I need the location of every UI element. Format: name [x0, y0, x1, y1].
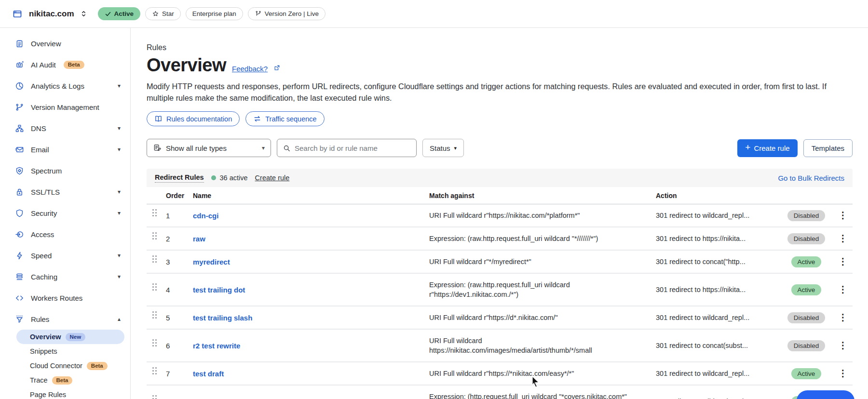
- beta-badge: Beta: [52, 376, 73, 385]
- kebab-menu-icon[interactable]: ⋮: [839, 258, 848, 265]
- sidebar-item-spectrum[interactable]: Spectrum: [0, 160, 130, 181]
- search-input[interactable]: [295, 144, 411, 152]
- rule-order: 1: [166, 205, 193, 226]
- status-filter-dropdown[interactable]: Status ▾: [422, 139, 464, 157]
- kebab-menu-icon[interactable]: ⋮: [839, 235, 848, 242]
- chevron-down-icon: ▾: [118, 273, 121, 280]
- drag-handle[interactable]: [152, 311, 157, 324]
- templates-button[interactable]: Templates: [803, 139, 853, 157]
- chevron-down-icon: ▾: [118, 188, 121, 195]
- sidebar-item-rules-overview[interactable]: Overview New: [16, 330, 124, 344]
- rule-order: 5: [166, 307, 193, 328]
- table-row: 2 raw Expression: (raw.http.request.full…: [147, 227, 853, 251]
- swap-arrows-icon: [253, 115, 261, 123]
- rule-action: 301 redirect to concat(subst...: [656, 335, 779, 356]
- chevron-up-icon: ▴: [118, 316, 121, 322]
- main-content: Rules Overview Feedback? Modify HTTP req…: [131, 28, 868, 399]
- kebab-menu-icon[interactable]: ⋮: [839, 342, 848, 349]
- sidebar-item-caching[interactable]: Caching ▾: [0, 266, 130, 287]
- rule-name-link[interactable]: myredirect: [193, 252, 429, 272]
- sidebar-item-ssl-tls[interactable]: SSL/TLS ▾: [0, 181, 130, 202]
- drag-handle[interactable]: [152, 339, 157, 352]
- kebab-menu-icon[interactable]: ⋮: [839, 370, 848, 377]
- plan-badge[interactable]: Enterprise plan: [186, 7, 243, 20]
- rule-match: URI Full wildcardhttps://nikitac.com/ima…: [429, 330, 656, 361]
- sidebar-item-email[interactable]: Email ▾: [0, 139, 130, 160]
- sidebar-item-overview[interactable]: Overview: [0, 33, 130, 54]
- star-button[interactable]: Star: [145, 7, 181, 20]
- rule-action: 301 redirect to wildcard_repl...: [656, 307, 779, 328]
- drag-handle[interactable]: [152, 209, 157, 222]
- page-description: Modify HTTP requests and responses, perf…: [147, 80, 853, 104]
- strip-create-rule-link[interactable]: Create rule: [255, 174, 290, 182]
- table-row: 3 myredirect URI Full wildcard r"*/myred…: [147, 251, 853, 274]
- site-switcher-icon[interactable]: [79, 9, 88, 18]
- rule-match: Expression: (raw.http.request.full_uri w…: [429, 274, 656, 306]
- sidebar-item-version-management[interactable]: Version Management: [0, 96, 130, 118]
- sidebar-item-rules-trace[interactable]: Trace Beta: [0, 373, 130, 387]
- sidebar-item-workers-routes[interactable]: Workers Routes: [0, 287, 130, 308]
- funnel-icon: [14, 314, 24, 324]
- drag-handle[interactable]: [152, 255, 157, 268]
- rule-name-link[interactable]: test trailing dot: [193, 279, 429, 300]
- sidebar-item-rules[interactable]: Rules ▴: [0, 308, 130, 330]
- active-count-dot: [211, 175, 216, 180]
- column-header-match: Match against: [429, 192, 656, 200]
- rule-order: 6: [166, 335, 193, 356]
- sidebar-item-rules-snippets[interactable]: Snippets: [0, 344, 130, 359]
- redirect-rules-tab[interactable]: Redirect Rules: [155, 173, 204, 183]
- pie-chart-icon: [14, 81, 24, 91]
- drag-handle[interactable]: [152, 232, 157, 245]
- rule-order: 8: [166, 391, 193, 399]
- sidebar-item-speed[interactable]: Speed ▾: [0, 245, 130, 266]
- bulk-redirects-link[interactable]: Go to Bulk Redirects: [778, 174, 844, 182]
- sidebar-item-access[interactable]: Access: [0, 224, 130, 245]
- create-rule-button[interactable]: + Create rule: [737, 139, 797, 157]
- sidebar-item-dns[interactable]: DNS ▾: [0, 118, 130, 139]
- layers-icon: [14, 272, 24, 281]
- rule-name-link[interactable]: raw: [193, 228, 429, 249]
- lightning-icon: [14, 251, 24, 260]
- sidebar-item-analytics-logs[interactable]: Analytics & Logs ▾: [0, 75, 130, 96]
- rule-name-link[interactable]: covers.nikitac.com > Cloud Connector: [193, 391, 429, 399]
- table-row: 1 cdn-cgi URI Full wildcard r"https://ni…: [147, 204, 853, 227]
- feedback-link[interactable]: Feedback?: [232, 65, 268, 73]
- rule-name-link[interactable]: test draft: [193, 363, 429, 384]
- rule-action: 301 redirect to wildcard_repl...: [656, 205, 779, 226]
- rule-status-badge: Disabled: [787, 210, 826, 221]
- chevron-down-icon: ▾: [118, 82, 121, 89]
- drag-handle[interactable]: [152, 367, 157, 380]
- drag-handle[interactable]: [152, 395, 157, 399]
- rules-documentation-button[interactable]: Rules documentation: [147, 111, 240, 126]
- sidebar-item-ai-audit[interactable]: AI Audit Beta: [0, 54, 130, 75]
- redirect-rules-section: Redirect Rules 36 active Create rule Go …: [147, 169, 853, 399]
- drag-handle[interactable]: [152, 283, 157, 296]
- column-header-name: Name: [193, 192, 429, 200]
- rule-name-link[interactable]: r2 test rewrite: [193, 335, 429, 356]
- chevron-down-icon: ▾: [118, 125, 121, 132]
- support-chat-button[interactable]: [797, 390, 854, 399]
- kebab-menu-icon[interactable]: ⋮: [839, 286, 848, 293]
- status-badge: Active: [98, 7, 141, 20]
- rule-action: 301 redirect to https://nikita...: [656, 279, 779, 300]
- rule-match: URI Full wildcard r"https://nikitac.com/…: [429, 204, 656, 226]
- rule-name-link[interactable]: test trailing slash: [193, 307, 429, 328]
- chevron-down-icon: ▾: [454, 145, 457, 151]
- rule-type-filter-dropdown[interactable]: Show all rule types ▾: [147, 139, 271, 157]
- rule-name-link[interactable]: cdn-cgi: [193, 205, 429, 226]
- padlock-icon: [14, 187, 24, 197]
- chevron-down-icon: ▾: [118, 146, 121, 153]
- rule-action: 301 redirect to https://nikita...: [656, 228, 779, 249]
- column-header-action: Action: [656, 192, 779, 200]
- traffic-sequence-button[interactable]: Traffic sequence: [245, 111, 324, 126]
- kebab-menu-icon[interactable]: ⋮: [839, 314, 848, 321]
- app-window: nikitac.com Active Star Enterprise plan …: [0, 0, 868, 399]
- table-header-row: Order Name Match against Action: [147, 187, 853, 204]
- sidebar-item-security[interactable]: Security ▾: [0, 202, 130, 224]
- kebab-menu-icon[interactable]: ⋮: [839, 212, 848, 219]
- sidebar-item-rules-cloud-connector[interactable]: Cloud Connector Beta: [0, 359, 130, 373]
- version-badge[interactable]: Version Zero | Live: [248, 7, 326, 20]
- plus-icon: +: [745, 142, 750, 153]
- sidebar-item-rules-page-rules[interactable]: Page Rules: [0, 387, 130, 399]
- rule-status-badge: Active: [791, 284, 822, 295]
